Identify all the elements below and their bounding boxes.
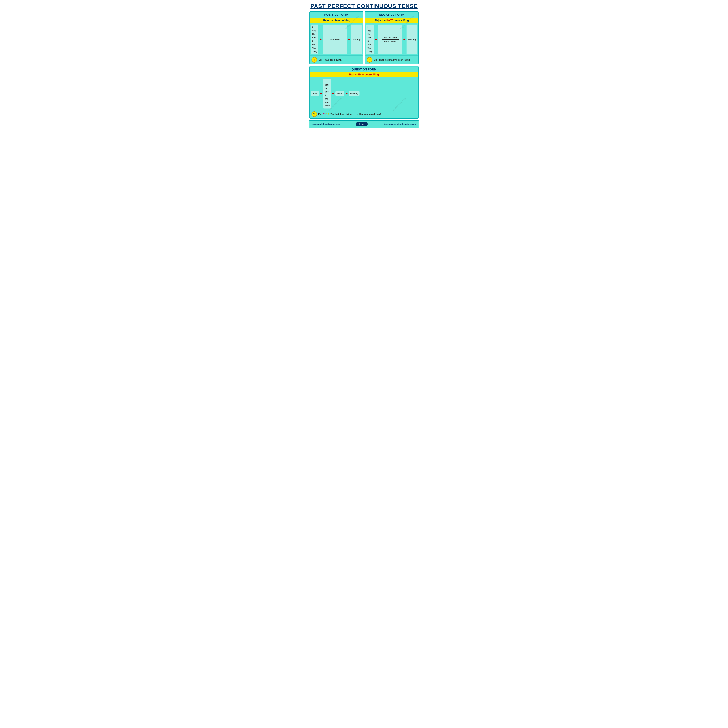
dashed-arrow: −−→ [353,113,358,116]
negative-plus2: + [403,24,406,54]
question-starting: starting [349,91,359,96]
footer-website: www.englishstudypage.com [312,123,340,125]
question-you-had: You had [330,113,339,115]
arrow-pink: ↶ [323,112,326,116]
negative-example: I had not (hadn't) been living. [379,58,410,61]
positive-form-content: I You He She It We You They + had been +… [310,23,363,55]
negative-formula-end: been + Ving [393,19,409,22]
negative-formula-bar: Sbj + had NOT been + Ving [365,18,418,23]
question-result: Had you been living? [359,113,381,115]
positive-badge: + [312,57,317,63]
positive-pronouns: I You He She It We You They [311,24,318,54]
like-button[interactable]: Like [356,122,368,126]
positive-plus1: + [319,24,322,54]
negative-ex-label: Ex: [374,58,378,61]
question-example-bar: ? Ex: ↶ ↷ You had been living. −−→ Had y… [310,110,418,118]
negative-formula-start: Sbj + had [375,19,387,22]
page-wrapper: PAST PERFECT CONTINUOUS TENSE POSITIVE F… [308,0,420,129]
negative-formula-not: NOT [387,19,393,22]
question-plus2: + [332,92,335,95]
positive-form-box: POSITIVE FORM Sbj + had been + Ving Engl… [309,11,363,64]
negative-badge: − [367,57,372,63]
question-ex-label: Ex: [318,113,322,115]
question-been-living: been living. [340,113,352,115]
question-watermark2: English Study Page [392,97,407,111]
negative-ending: starting [407,24,417,54]
page-title: PAST PERFECT CONTINUOUS TENSE [308,0,420,11]
positive-example: I had been living. [324,58,342,61]
question-badge: ? [312,112,317,117]
negative-pronouns: I You He She It We You They [366,24,374,54]
negative-line-sep [382,39,399,40]
question-had: Had [311,91,319,96]
arrow-yellow: ↷ [326,112,329,116]
positive-form-header: POSITIVE FORM [310,12,363,18]
positive-example-bar: + Ex: I had been living. [310,55,363,64]
positive-ex-label: Ex: [318,58,322,61]
negative-verb-col: had not been hadn't been [378,24,402,54]
question-plus3: + [345,92,348,95]
negative-form-box: NEGATIVE FORM Sbj + had NOT been + Ving … [365,11,419,64]
main-container: POSITIVE FORM Sbj + had been + Ving Engl… [308,11,420,129]
negative-example-bar: − Ex: I had not (hadn't) been living. [365,55,418,64]
footer-facebook: facebook.com/englishstudypage [384,123,416,125]
negative-verb-top: had not been [384,36,397,39]
negative-form-header: NEGATIVE FORM [365,12,418,18]
question-form-content: English Study Page English Study Page Ha… [310,77,418,110]
arrow-group: ↶ ↷ [323,112,329,116]
positive-formula-bar: Sbj + had been + Ving [310,18,363,23]
negative-verb-bottom: hadn't been [384,40,396,43]
positive-verb: had been [323,24,347,54]
positive-ending: starting [351,24,362,54]
top-row: POSITIVE FORM Sbj + had been + Ving Engl… [309,11,419,64]
question-been: been [335,91,344,96]
question-pronouns: I You He She It We You They [323,79,331,109]
question-formula-bar: Had + Sbj + been+ Ving [310,72,418,77]
negative-plus1: + [375,24,378,54]
question-form-header: QUESTION FORM [310,66,418,72]
question-plus1: + [320,92,323,95]
positive-plus2: + [347,24,350,54]
negative-form-content: I You He She It We You They + had not be… [365,23,418,55]
footer: www.englishstudypage.com Like facebook.c… [309,120,419,128]
question-section: www.englishstudypage.com www.englishstud… [309,66,419,118]
